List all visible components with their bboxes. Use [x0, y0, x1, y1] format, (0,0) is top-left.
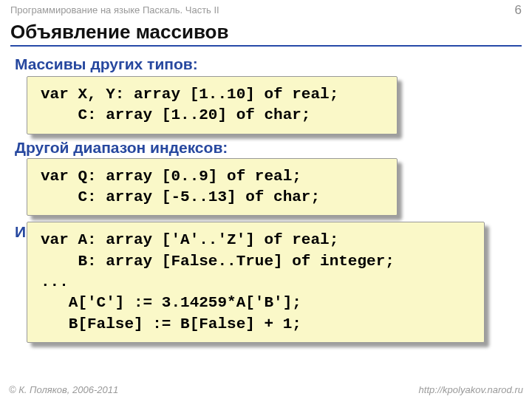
code-block-2-wrap: var Q: array [0..9] of real; C: array [-…	[27, 158, 398, 216]
code-block-1: var X, Y: array [1..10] of real; C: arra…	[27, 76, 398, 134]
page-number: 6	[515, 3, 522, 18]
subheading-2: Другой диапазон индексов:	[15, 139, 522, 157]
code-block-2: var Q: array [0..9] of real; C: array [-…	[27, 158, 398, 216]
content-area: Массивы других типов: var X, Y: array [1…	[0, 48, 532, 343]
page-title: Объявление массивов	[10, 21, 522, 47]
code-block-3: var A: array ['A'..'Z'] of real; B: arra…	[27, 222, 485, 343]
footer-url: http://kpolyakov.narod.ru	[419, 384, 523, 395]
top-bar: Программирование на языке Паскаль. Часть…	[0, 0, 532, 18]
footer: © К. Поляков, 2006-2011 http://kpolyakov…	[0, 383, 532, 399]
code-block-3-wrap: var A: array ['A'..'Z'] of real; B: arra…	[27, 222, 485, 343]
title-row: Объявление массивов	[0, 18, 532, 48]
copyright: © К. Поляков, 2006-2011	[9, 384, 118, 395]
course-label: Программирование на языке Паскаль. Часть…	[10, 4, 219, 16]
code-block-1-wrap: var X, Y: array [1..10] of real; C: arra…	[27, 76, 398, 134]
subheading-1: Массивы других типов:	[15, 55, 522, 73]
